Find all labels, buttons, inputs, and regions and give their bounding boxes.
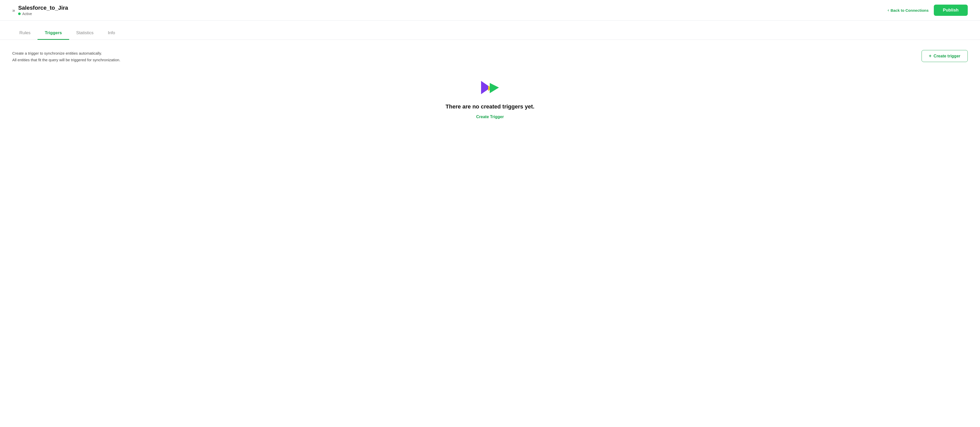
tabs-nav: Rules Triggers Statistics Info [0, 27, 980, 40]
status-dot [18, 13, 21, 15]
description-row: Create a trigger to synchronize entities… [12, 50, 968, 63]
tab-statistics[interactable]: Statistics [69, 27, 101, 40]
create-trigger-button[interactable]: + Create trigger [921, 50, 968, 62]
publish-button[interactable]: Publish [934, 5, 968, 16]
plus-icon: + [929, 53, 932, 59]
back-link-label: Back to Connections [891, 8, 928, 13]
empty-state: There are no created triggers yet. Creat… [12, 78, 968, 119]
empty-create-trigger-link[interactable]: Create Trigger [476, 115, 504, 119]
create-trigger-label: Create trigger [934, 54, 960, 59]
svg-marker-2 [490, 83, 499, 93]
tab-triggers[interactable]: Triggers [38, 27, 69, 40]
status-row: Active [18, 12, 68, 16]
header-right: ‹ Back to Connections Publish [888, 5, 968, 16]
title-block: Salesforce_to_Jira Active [18, 5, 68, 16]
description-block: Create a trigger to synchronize entities… [12, 50, 121, 63]
header-left: » Salesforce_to_Jira Active [12, 5, 68, 16]
expand-icon[interactable]: » [12, 7, 15, 13]
page-header: » Salesforce_to_Jira Active ‹ Back to Co… [0, 0, 980, 21]
empty-title: There are no created triggers yet. [445, 104, 535, 110]
description-line1: Create a trigger to synchronize entities… [12, 50, 121, 57]
back-chevron-icon: ‹ [888, 8, 889, 13]
main-content: Create a trigger to synchronize entities… [0, 40, 980, 129]
description-line2: All entities that fit the query will be … [12, 57, 121, 63]
back-to-connections-link[interactable]: ‹ Back to Connections [888, 8, 929, 13]
status-label: Active [22, 12, 32, 16]
logo-icon [479, 78, 501, 96]
tab-rules[interactable]: Rules [12, 27, 38, 40]
page-title: Salesforce_to_Jira [18, 5, 68, 11]
tab-info[interactable]: Info [101, 27, 122, 40]
